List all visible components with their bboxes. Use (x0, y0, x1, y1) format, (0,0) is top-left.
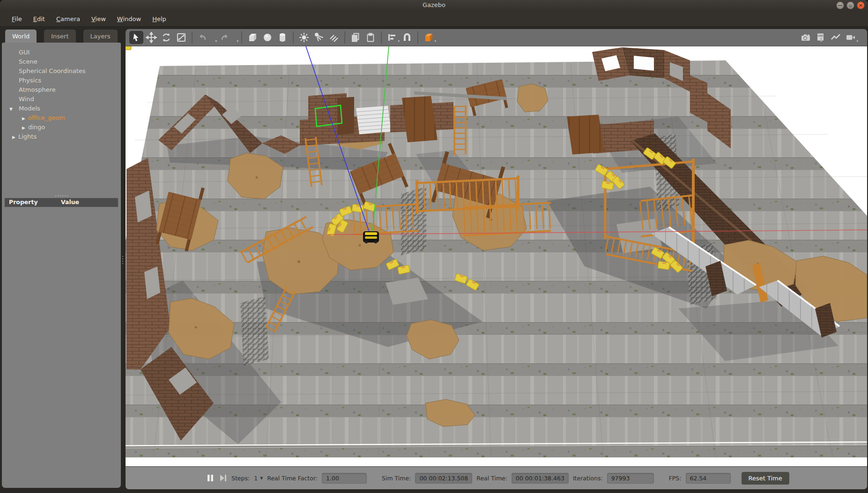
fps-label: FPS: (669, 475, 682, 482)
dingo-robot[interactable] (363, 231, 379, 243)
pause-button[interactable] (206, 474, 215, 482)
step-button[interactable] (219, 474, 227, 482)
tree-item-scene[interactable]: Scene (2, 57, 121, 66)
undo-history-button[interactable]: ▾ (211, 31, 216, 44)
stairs-ramp[interactable] (356, 106, 391, 134)
camera-icon (800, 32, 811, 43)
menu-edit[interactable]: Edit (33, 15, 45, 22)
real-time-field: 00 00:01:38.463 (512, 473, 569, 484)
spot-light-icon (313, 32, 325, 43)
chevron-down-icon[interactable]: ▼ (260, 476, 263, 480)
steps-value[interactable]: 1 (254, 475, 258, 482)
steps-label: Steps: (231, 475, 250, 482)
window-title: Gazebo (0, 1, 868, 8)
screenshot-button[interactable] (799, 31, 813, 44)
tree-item-physics[interactable]: Physics (2, 76, 121, 85)
log-record-button[interactable]: LOG (814, 31, 828, 44)
paste-icon (365, 32, 376, 43)
render-viewport[interactable] (126, 46, 867, 466)
chevron-down-icon: ▾ (237, 39, 238, 43)
insert-cylinder-button[interactable] (275, 31, 289, 44)
chevron-down-icon: ▾ (856, 39, 858, 43)
translate-tool-button[interactable] (144, 31, 158, 44)
snap-button[interactable] (400, 31, 414, 44)
minimize-button[interactable]: — (836, 1, 844, 9)
point-light-button[interactable] (297, 31, 311, 44)
real-time-label: Real Time: (476, 475, 507, 482)
world-tree: GUI Scene Spherical Coordinates Physics … (2, 43, 121, 193)
tree-item-lights[interactable]: ▶Lights (2, 132, 121, 141)
pause-icon (206, 474, 215, 482)
menu-camera[interactable]: Camera (56, 15, 80, 22)
panel-splitter[interactable] (2, 193, 121, 198)
redo-history-button[interactable]: ▾ (232, 31, 238, 44)
plot-icon (830, 32, 841, 43)
expand-arrow-icon[interactable]: ▶ (22, 123, 25, 132)
plot-button[interactable] (829, 31, 843, 44)
value-column-header: Value (61, 199, 79, 206)
redo-button[interactable] (217, 31, 231, 44)
rotate-tool-button[interactable] (159, 31, 173, 44)
expand-arrow-icon[interactable]: ▼ (9, 104, 13, 114)
gazebo-window: Gazebo — ▫ ✕ File Edit Camera View Windo… (0, 0, 868, 493)
rtf-field: 1.00 (322, 473, 367, 484)
chevron-down-icon: ▾ (434, 39, 436, 43)
menu-window[interactable]: Window (117, 15, 141, 22)
tree-item-atmosphere[interactable]: Atmosphere (2, 85, 121, 95)
scale-icon (176, 32, 187, 43)
tree-item-wind[interactable]: Wind (2, 95, 121, 104)
property-table-body[interactable] (2, 207, 121, 488)
svg-text:LOG: LOG (818, 34, 823, 37)
video-record-button[interactable]: ▾ (844, 31, 858, 44)
copy-icon (350, 32, 361, 43)
paste-button[interactable] (364, 31, 378, 44)
close-button[interactable]: ✕ (857, 1, 865, 9)
world-panel: GUI Scene Spherical Coordinates Physics … (2, 43, 121, 488)
undo-button[interactable] (196, 31, 210, 44)
box-icon (247, 32, 258, 43)
insert-sphere-button[interactable] (260, 31, 274, 44)
tab-insert[interactable]: Insert (44, 29, 76, 43)
scale-tool-button[interactable] (174, 31, 188, 44)
magnet-icon (401, 32, 413, 43)
menu-help[interactable]: Help (152, 15, 166, 22)
viewport-column: ▾ ▾ (126, 29, 867, 489)
maximize-button[interactable]: ▫ (846, 1, 854, 9)
tree-item-office-geom[interactable]: ▶office_geom (2, 113, 121, 123)
tab-layers[interactable]: Layers (83, 29, 118, 43)
titlebar[interactable]: Gazebo — ▫ ✕ (0, 0, 868, 11)
tree-item-dingo[interactable]: ▶dingo (2, 123, 121, 132)
video-record-icon (845, 32, 856, 43)
expand-arrow-icon[interactable]: ▶ (22, 114, 25, 123)
spot-light-button[interactable] (312, 31, 326, 44)
log-record-icon: LOG (815, 32, 826, 43)
tree-item-gui[interactable]: GUI (2, 48, 121, 57)
directional-light-icon (328, 32, 340, 43)
simulation-statusbar: Steps: 1 ▼ Real Time Factor: 1.00 Sim Ti… (126, 466, 867, 489)
redo-icon (219, 32, 230, 43)
fps-field: 62.54 (686, 473, 731, 484)
insert-box-button[interactable] (245, 31, 260, 44)
align-button[interactable]: ▾ (385, 31, 399, 44)
tree-item-models[interactable]: ▼Models (2, 104, 121, 113)
reset-time-button[interactable]: Reset Time (742, 472, 789, 485)
directional-light-button[interactable] (327, 31, 341, 44)
chevron-down-icon: ▾ (398, 39, 400, 43)
panel-tabs: World Insert Layers (5, 29, 118, 43)
step-forward-icon (219, 474, 227, 482)
align-icon (386, 32, 398, 43)
menu-file[interactable]: File (12, 15, 22, 22)
copy-button[interactable] (349, 31, 363, 44)
menu-view[interactable]: View (91, 15, 106, 22)
expand-arrow-icon[interactable]: ▶ (12, 132, 15, 142)
view-angle-button[interactable]: ▾ (422, 31, 436, 44)
scene-3d[interactable] (126, 46, 867, 466)
sim-time-label: Sim Time: (382, 475, 411, 482)
menubar: File Edit Camera View Window Help (0, 11, 868, 27)
left-splitter-handle[interactable] (121, 253, 124, 267)
tab-world[interactable]: World (5, 29, 37, 43)
tree-item-spherical-coordinates[interactable]: Spherical Coordinates (2, 66, 121, 76)
select-tool-button[interactable] (129, 31, 143, 44)
chevron-down-icon: ▾ (215, 39, 217, 43)
property-table-header: Property Value (5, 198, 118, 207)
